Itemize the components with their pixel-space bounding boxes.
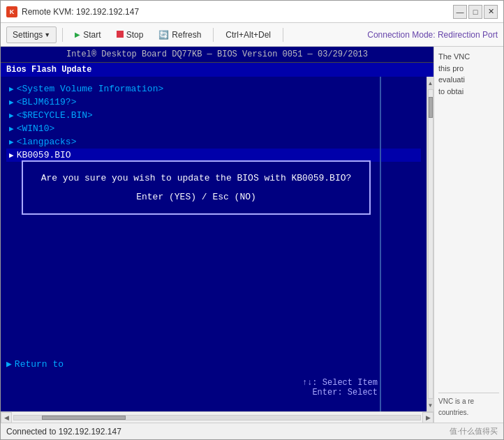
side-text-line2: this pro <box>438 63 499 75</box>
file-name: <langpacks> <box>17 137 77 147</box>
h-scroll-track <box>13 415 421 420</box>
settings-button[interactable]: Settings ▼ <box>6 26 57 43</box>
h-scroll-right-arrow[interactable]: ▶ <box>422 412 433 423</box>
status-bar: Connected to 192.192.192.147 值·什么值得买 <box>1 423 503 439</box>
file-name: <$RECYCLE.BIN> <box>17 110 93 121</box>
file-name: <System Volume Information> <box>17 84 164 94</box>
maximize-button[interactable]: □ <box>468 5 482 19</box>
title-bar-left: K Remote KVM: 192.192.192.147 <box>6 6 139 17</box>
side-text-line3: evaluati <box>438 74 499 86</box>
arrow-icon: ▶ <box>9 137 14 146</box>
file-name: <BLJM6119?> <box>17 97 77 107</box>
side-text-line4: to obtai <box>438 86 499 98</box>
close-button[interactable]: ✕ <box>484 5 498 19</box>
vnc-note: VNC is a re countries. <box>438 393 499 418</box>
key-hints: ↑↓: Select Item Enter: Select <box>302 378 378 397</box>
dialog-line1: Are you sure you wish to update the BIOS… <box>31 173 361 183</box>
scroll-thumb[interactable] <box>429 97 433 118</box>
start-button[interactable]: ▶ Start <box>68 26 107 43</box>
connected-status: Connected to 192.192.192.147 <box>6 427 121 437</box>
arrow-icon: ▶ <box>6 358 12 370</box>
arrow-icon: ▶ <box>9 111 14 120</box>
separator-3 <box>283 28 283 42</box>
bios-area: Intel® Desktop Board DQ77KB — BIOS Versi… <box>1 47 433 423</box>
list-item[interactable]: ▶ <System Volume Information> <box>6 82 421 96</box>
h-scroll-thumb[interactable] <box>42 416 126 420</box>
app-icon: K <box>6 6 17 17</box>
refresh-label: Refresh <box>172 30 201 40</box>
stop-label: Stop <box>126 30 144 40</box>
start-label: Start <box>83 30 101 40</box>
bios-left-panel: ▶ <System Volume Information> ▶ <BLJM611… <box>1 77 427 411</box>
title-controls: — □ ✕ <box>453 5 498 19</box>
refresh-icon: 🔄 <box>158 30 169 40</box>
dialog-line2: Enter (YES) / Esc (NO) <box>31 192 361 202</box>
vnc-note-text: VNC is a re countries. <box>438 396 499 418</box>
list-item[interactable]: ▶ <BLJM6119?> <box>6 96 421 109</box>
main-window: K Remote KVM: 192.192.192.147 — □ ✕ Sett… <box>0 0 504 440</box>
connection-mode-label: Connection Mode: Redirection Port <box>367 30 498 40</box>
ctrl-alt-del-button[interactable]: Ctrl+Alt+Del <box>219 26 277 43</box>
arrow-icon: ▶ <box>9 84 14 93</box>
watermark: 值·什么值得买 <box>450 426 498 437</box>
arrow-icon: ▶ <box>9 151 14 160</box>
window-title: Remote KVM: 192.192.192.147 <box>22 7 139 17</box>
separator-1 <box>62 28 63 42</box>
side-panel-text: The VNC this pro evaluati to obtai <box>438 51 499 97</box>
file-name: <WIN10> <box>17 123 55 134</box>
side-panel: The VNC this pro evaluati to obtai VNC i… <box>433 47 503 423</box>
separator-2 <box>213 28 214 42</box>
enter-select-hint: Enter: Select <box>302 388 378 397</box>
toolbar: Settings ▼ ▶ Start Stop 🔄 Refresh Ctrl+A… <box>1 23 503 47</box>
list-item[interactable]: ▶ <$RECYCLE.BIN> <box>6 109 421 122</box>
settings-label: Settings <box>13 30 43 40</box>
vertical-divider <box>380 77 381 411</box>
title-bar: K Remote KVM: 192.192.192.147 — □ ✕ <box>1 1 503 23</box>
bios-body: ▶ <System Volume Information> ▶ <BLJM611… <box>1 77 433 411</box>
settings-arrow: ▼ <box>44 31 50 38</box>
horizontal-scrollbar: ◀ ▶ <box>1 411 433 423</box>
scroll-up-arrow[interactable]: ▲ <box>427 78 434 88</box>
minimize-button[interactable]: — <box>453 5 467 19</box>
bios-tab-label: Bios Flash Update <box>6 65 91 75</box>
list-item[interactable]: ▶ <langpacks> <box>6 135 421 149</box>
main-content: Intel® Desktop Board DQ77KB — BIOS Versi… <box>1 47 503 423</box>
stop-button[interactable]: Stop <box>110 26 150 43</box>
select-item-hint: ↑↓: Select Item <box>302 378 378 388</box>
bios-header-text: Intel® Desktop Board DQ77KB — BIOS Versi… <box>66 50 368 59</box>
list-item[interactable]: ▶ <WIN10> <box>6 122 421 135</box>
bios-file-list: ▶ <System Volume Information> ▶ <BLJM611… <box>6 82 421 162</box>
scroll-track <box>428 89 433 399</box>
bios-return-item[interactable]: ▶ Return to <box>6 358 64 370</box>
bios-tab: Bios Flash Update <box>1 63 433 77</box>
refresh-button[interactable]: 🔄 Refresh <box>152 26 207 43</box>
bios-header: Intel® Desktop Board DQ77KB — BIOS Versi… <box>1 47 433 63</box>
vertical-scrollbar[interactable]: ▲ ▼ <box>427 77 433 411</box>
arrow-icon: ▶ <box>9 98 14 107</box>
stop-icon <box>117 30 124 40</box>
scroll-down-arrow[interactable]: ▼ <box>427 400 434 410</box>
return-label: Return to <box>15 359 64 370</box>
file-name: KB0059.BIO <box>17 150 71 160</box>
bios-confirm-dialog: Are you sure you wish to update the BIOS… <box>22 160 371 215</box>
h-scroll-left-arrow[interactable]: ◀ <box>1 412 12 423</box>
side-text-line1: The VNC <box>438 51 499 63</box>
ctrl-alt-del-label: Ctrl+Alt+Del <box>225 30 271 40</box>
start-icon: ▶ <box>75 31 80 38</box>
arrow-icon: ▶ <box>9 124 14 133</box>
